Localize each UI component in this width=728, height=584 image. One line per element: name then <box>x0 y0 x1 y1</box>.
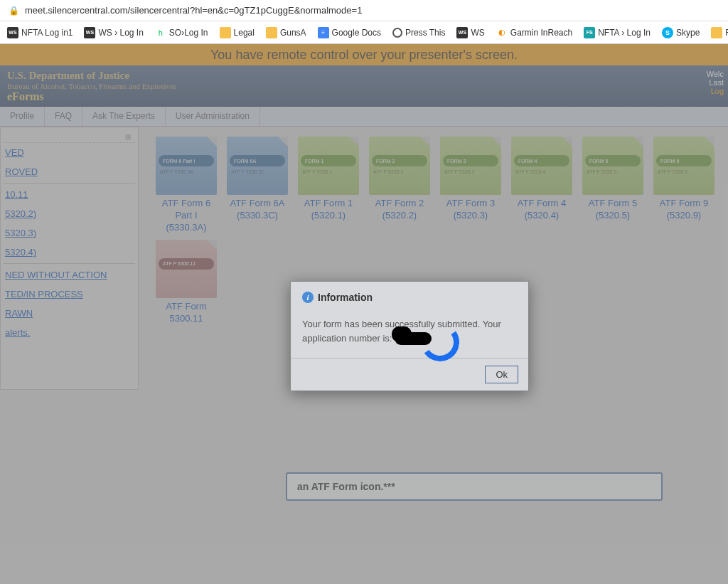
bookmark-item[interactable]: GunsA <box>263 26 309 40</box>
hint-text: an ATF Form icon.*** <box>297 481 395 492</box>
bookmark-icon <box>220 27 231 38</box>
bookmark-item[interactable]: ≡Google Docs <box>315 26 384 40</box>
nav-tab[interactable]: Ask The Experts <box>82 107 166 126</box>
tile-thumb: FORM 1ATF F 5320.1 <box>298 137 359 195</box>
form-tile[interactable]: FORM 4ATF F 5320.4ATF Form 4(5320.4) <box>511 137 572 234</box>
bookmark-item[interactable]: FSNFTA › Log In <box>581 26 653 40</box>
tile-label: ATF Form 2(5320.2) <box>369 198 430 222</box>
tile-label: ATF Form 5300.11 <box>156 301 217 325</box>
tile-band: FORM 9 <box>656 155 712 166</box>
bookmark-icon: S <box>662 27 673 38</box>
form-tile[interactable]: FORM 5ATF F 5320.5ATF Form 5(5320.5) <box>582 137 643 234</box>
modal-title-text: Information <box>318 292 373 303</box>
bookmark-item[interactable]: WSWS › Log In <box>81 26 146 40</box>
nav-tab[interactable]: User Administration <box>166 107 260 126</box>
bookmark-item[interactable]: hSO›Log In <box>152 26 211 40</box>
bookmark-label: NFTA › Log In <box>598 28 651 38</box>
information-dialog: i Information Your form has been success… <box>290 281 529 391</box>
form-tile[interactable]: FORM 1ATF F 5320.1ATF Form 1(5320.1) <box>298 137 359 234</box>
bookmark-item[interactable]: Press This <box>390 26 448 39</box>
tile-band: FORM 3 <box>443 155 498 166</box>
browser-address-bar[interactable]: 🔒 meet.silencercentral.com/silencercentr… <box>0 0 728 21</box>
bookmark-icon: h <box>155 27 166 38</box>
sidebar-collapse-icon[interactable]: ⊞ <box>4 132 135 143</box>
tile-label: ATF Form 5(5320.5) <box>582 198 643 222</box>
tile-label: ATF Form 6A(5330.3C) <box>227 198 288 222</box>
tile-band: FORM 5 <box>585 155 641 166</box>
nav-tabs: ProfileFAQAsk The ExpertsUser Administra… <box>0 107 728 127</box>
bookmark-icon <box>711 27 722 38</box>
bookmark-label: Press This <box>405 28 445 38</box>
bookmark-label: Garmin InReach <box>510 28 572 38</box>
bookmark-item[interactable]: Financial <box>708 26 728 40</box>
form-tile[interactable]: FORM 3ATF F 5320.3ATF Form 3(5320.3) <box>440 137 501 234</box>
sidebar-item[interactable]: RAWN <box>4 304 135 323</box>
bookmark-label: GunsA <box>280 28 306 38</box>
form-tile[interactable]: ATF F 5300.11ATF Form 5300.11 <box>156 240 217 325</box>
banner-text: You have remote control over your presen… <box>210 48 518 63</box>
tile-label: ATF Form 1(5320.1) <box>298 198 359 222</box>
tile-band: FORM 1 <box>301 155 356 166</box>
ok-button[interactable]: Ok <box>485 366 518 383</box>
logout-link[interactable]: Log <box>707 87 724 95</box>
tile-thumb: ATF F 5300.11 <box>156 240 217 298</box>
tile-band: FORM 2 <box>372 155 427 166</box>
form-tile[interactable]: FORM 2ATF F 5320.2ATF Form 2(5320.2) <box>369 137 430 234</box>
nav-tab[interactable]: FAQ <box>45 107 82 126</box>
sidebar-item[interactable]: TED/IN PROCESS <box>4 285 135 304</box>
modal-footer: Ok <box>291 358 528 391</box>
sidebar-item[interactable]: 5320.2) <box>4 204 135 223</box>
form-tile[interactable]: FORM 6 Part IATF F 5330.3AATF Form 6 Par… <box>156 137 217 234</box>
bookmark-label: Google Docs <box>332 28 381 38</box>
bureau-line: Bureau of Alcohol, Tobacco, Firearms and… <box>7 82 721 90</box>
form-tile[interactable]: FORM 6AATF F 5330.3CATF Form 6A(5330.3C) <box>227 137 288 234</box>
sidebar-item[interactable]: 5320.4) <box>4 243 135 262</box>
bookmark-label: SO›Log In <box>169 28 208 38</box>
bookmark-item[interactable]: Legal <box>217 26 257 40</box>
url-text: meet.silencercentral.com/silencercentral… <box>25 5 362 16</box>
bookmark-icon <box>266 27 277 38</box>
info-icon: i <box>302 292 314 303</box>
bookmark-icon: WS <box>7 27 18 38</box>
welcome-text: Welc <box>707 70 724 78</box>
doj-title: U.S. Department of Justice <box>7 70 721 82</box>
tile-thumb: FORM 6 Part IATF F 5330.3A <box>156 137 217 195</box>
bookmark-item[interactable]: WSWS <box>454 26 487 40</box>
tile-label: ATF Form 9(5320.9) <box>653 198 714 222</box>
bookmark-icon <box>392 28 402 38</box>
bookmark-label: WS <box>471 28 484 38</box>
header-right: Welc Last Log <box>707 70 724 95</box>
bookmark-icon: ≡ <box>318 27 329 38</box>
sidebar-item[interactable]: 10.11 <box>4 185 135 204</box>
sidebar-item[interactable]: ROVED <box>4 162 135 181</box>
sidebar-item[interactable]: NED WITHOUT ACTION <box>4 265 135 285</box>
lock-icon: 🔒 <box>9 6 19 16</box>
form-tile[interactable]: FORM 9ATF F 5320.9ATF Form 9(5320.9) <box>653 137 714 234</box>
bookmark-label: Financial <box>725 28 728 38</box>
bookmark-icon: WS <box>456 27 468 38</box>
atf-header: U.S. Department of Justice Bureau of Alc… <box>0 65 728 107</box>
nav-tab[interactable]: Profile <box>0 107 45 126</box>
tile-band: FORM 6A <box>230 155 285 166</box>
sidebar-item[interactable]: 5320.3) <box>4 223 135 243</box>
tile-band: ATF F 5300.11 <box>159 258 214 270</box>
tile-band: FORM 6 Part I <box>159 155 214 166</box>
modal-title: i Information <box>291 282 528 310</box>
tile-thumb: FORM 4ATF F 5320.4 <box>511 137 572 195</box>
bookmark-label: Skype <box>676 28 700 38</box>
sidebar-item[interactable]: alerts. <box>4 323 135 342</box>
bookmark-item[interactable]: SSkype <box>659 26 702 40</box>
tile-thumb: FORM 3ATF F 5320.3 <box>440 137 501 195</box>
sidebar-item[interactable]: VED <box>4 143 135 162</box>
modal-body: Your form has been successfully submitte… <box>291 310 528 358</box>
bookmark-item[interactable]: WSNFTA Log in1 <box>4 26 75 40</box>
tile-thumb: FORM 9ATF F 5320.9 <box>653 137 714 195</box>
sidebar: ⊞ VEDROVED10.115320.2)5320.3)5320.4)NED … <box>0 127 139 390</box>
eforms-brand: eForms <box>7 90 721 103</box>
bookmarks-bar: WSNFTA Log in1WSWS › Log InhSO›Log InLeg… <box>0 21 728 44</box>
bookmark-item[interactable]: ◐Garmin InReach <box>493 26 575 40</box>
remote-control-banner: You have remote control over your presen… <box>0 44 728 65</box>
tile-label: ATF Form 6 Part I(5330.3A) <box>156 198 217 234</box>
bookmark-label: Legal <box>234 28 255 38</box>
tile-thumb: FORM 2ATF F 5320.2 <box>369 137 430 195</box>
